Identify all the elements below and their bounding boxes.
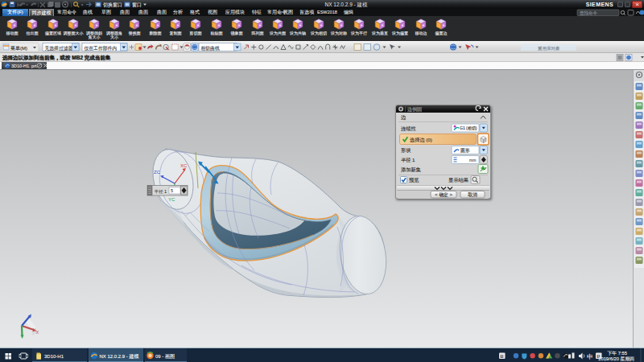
svg-text:B: B [500, 354, 504, 359]
svg-text:设为共轴: 设为共轴 [289, 31, 306, 36]
svg-text:形状: 形状 [401, 147, 411, 153]
svg-text:mm: mm [469, 158, 476, 162]
svg-text:查找命令: 查找命令 [580, 10, 598, 15]
svg-text:设为偏置: 设为偏置 [391, 31, 408, 36]
svg-text:删除面: 删除面 [150, 31, 162, 36]
svg-text:无选择过滤器: 无选择过滤器 [45, 45, 73, 51]
svg-text:窗口: 窗口 [132, 2, 142, 8]
svg-text:预览: 预览 [409, 177, 419, 183]
svg-text:拉出面: 拉出面 [27, 31, 39, 36]
svg-text:中: 中 [587, 353, 593, 360]
svg-text:NX 12.0.2.9 - 建模: NX 12.0.2.9 - 建模 [100, 354, 139, 360]
svg-text:取消: 取消 [468, 191, 477, 198]
svg-text:剪切面: 剪切面 [190, 31, 202, 36]
svg-text:移动边: 移动边 [415, 31, 427, 36]
svg-text:粘贴面: 粘贴面 [211, 31, 223, 36]
svg-text:切换窗口: 切换窗口 [103, 2, 122, 8]
svg-text:下午 7:55: 下午 7:55 [608, 351, 628, 356]
svg-text:移动面: 移动面 [6, 31, 19, 36]
svg-text:09 - 画图: 09 - 画图 [155, 354, 175, 360]
svg-text:显示结果: 显示结果 [448, 177, 469, 183]
svg-text:选择边 (0): 选择边 (0) [410, 137, 432, 143]
svg-text:重用库对象: 重用库对象 [538, 46, 560, 51]
svg-text:半径 1: 半径 1 [401, 157, 415, 162]
svg-text:连续性: 连续性 [401, 125, 416, 132]
svg-text:设为对称: 设为对称 [330, 31, 347, 35]
svg-text:菜单(M): 菜单(M) [10, 46, 27, 51]
svg-text:< 确定 >: < 确定 > [435, 192, 452, 198]
svg-text:3D10-H1: 3D10-H1 [44, 354, 64, 359]
svg-text:角大小: 角大小 [89, 35, 101, 39]
svg-text:设为平行: 设为平行 [350, 31, 367, 36]
svg-text:设为相切: 设为相切 [310, 31, 327, 36]
svg-text:复制面: 复制面 [170, 31, 182, 36]
svg-text:镜像面: 镜像面 [231, 31, 243, 36]
svg-text:2019/6/20 星期四: 2019/6/20 星期四 [598, 356, 634, 362]
svg-text:圆形: 圆形 [460, 148, 470, 154]
svg-text:偏置区域: 偏置区域 [44, 31, 61, 36]
svg-text:调整面大小: 调整面大小 [64, 31, 84, 36]
svg-text:阵列面: 阵列面 [252, 31, 264, 36]
svg-text:边: 边 [401, 114, 407, 121]
svg-text:边倒圆: 边倒圆 [407, 107, 422, 113]
svg-text:相切曲线: 相切曲线 [201, 46, 220, 51]
svg-text:G1 (相切): G1 (相切) [460, 125, 477, 131]
svg-text:大小: 大小 [110, 35, 118, 39]
svg-text:3D10-H1. prt: 3D10-H1. prt [11, 64, 37, 68]
svg-text:设为共面: 设为共面 [269, 31, 286, 36]
svg-text:仅在工作部件内: 仅在工作部件内 [85, 45, 118, 51]
svg-text:偏置边: 偏置边 [435, 31, 448, 36]
svg-text:替换面: 替换面 [129, 31, 141, 36]
svg-text:添加新集: 添加新集 [401, 167, 422, 173]
svg-text:设为垂直: 设为垂直 [371, 31, 388, 35]
